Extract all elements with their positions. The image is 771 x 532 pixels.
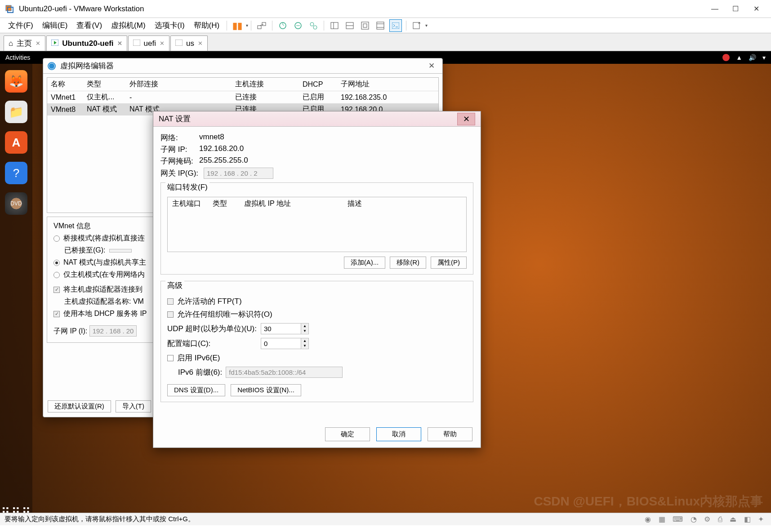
menu-file[interactable]: 文件(F) <box>4 18 38 32</box>
import-button[interactable]: 导入(T) <box>116 400 151 412</box>
nat-title-text: NAT 设置 <box>159 114 191 124</box>
nat-titlebar[interactable]: NAT 设置 ✕ <box>153 111 481 127</box>
status-bar: 要将输入定向到该虚拟机，请将鼠标指针移入其中或按 Ctrl+G。 ◉ ▦ ⌨ ◔… <box>0 513 771 525</box>
col-hostport: 主机端口 <box>168 197 208 210</box>
col-name: 名称 <box>47 78 83 91</box>
col-vmip: 虚拟机 IP 地址 <box>240 197 343 210</box>
tab-close-icon[interactable]: ✕ <box>160 40 165 47</box>
port-forward-section: 端口转发(F) 主机端口 类型 虚拟机 IP 地址 描述 <box>160 182 473 275</box>
udp-timeout-input[interactable]: 30 <box>261 323 301 334</box>
sound-icon[interactable]: 🔊 <box>749 54 756 61</box>
port-forward-table[interactable]: 主机端口 类型 虚拟机 IP 地址 描述 <box>167 197 467 252</box>
menubar: 文件(F) 编辑(E) 查看(V) 虚拟机(M) 选项卡(I) 帮助(H) ▮▮… <box>0 18 771 33</box>
svg-point-6 <box>310 22 314 26</box>
add-button[interactable]: 添加(A)... <box>344 257 386 269</box>
snapshot-manager-icon[interactable] <box>307 19 320 32</box>
window-title: Ubuntu20-uefi - VMware Workstation <box>19 4 144 13</box>
pause-button[interactable]: ▮▮ <box>231 19 244 32</box>
net-label: 网络: <box>160 133 197 143</box>
cfgport-spinner[interactable]: ▲▼ <box>301 338 309 349</box>
send-cad-icon[interactable] <box>255 19 268 32</box>
table-header: 名称 类型 外部连接 主机连接 DHCP 子网地址 <box>47 78 438 91</box>
stop-icon[interactable] <box>722 54 730 61</box>
menu-edit[interactable]: 编辑(E) <box>38 18 72 32</box>
tab-us[interactable]: us ✕ <box>170 35 208 51</box>
vm-display[interactable]: Activities ▲ 🔊 ▾ 🦊 📁 A ? DVD ⠿⠿⠿ CSDN @U… <box>0 51 771 525</box>
col-subnet: 子网地址 <box>337 78 438 91</box>
fullscreen-icon[interactable] <box>374 19 387 32</box>
close-button[interactable]: ✕ <box>746 2 767 16</box>
ok-button[interactable]: 确定 <box>325 427 370 441</box>
svg-rect-8 <box>331 22 338 29</box>
tab-label: us <box>186 39 194 48</box>
gateway-input[interactable]: 192 . 168 . 20 . 2 <box>204 168 273 179</box>
power-icon[interactable]: ▾ <box>762 54 766 61</box>
tab-label: 主页 <box>17 38 32 49</box>
col-type: 类型 <box>83 78 126 91</box>
window-titlebar: Ubuntu20-uefi - VMware Workstation — ☐ ✕ <box>0 0 771 18</box>
svg-rect-2 <box>258 26 261 29</box>
col-desc: 描述 <box>343 197 466 210</box>
tab-ubuntu20-uefi[interactable]: Ubuntu20-uefi ✕ <box>46 35 127 51</box>
table-row[interactable]: VMnet1仅主机...- 已连接已启用192.168.235.0 <box>47 91 438 104</box>
globe-icon <box>48 62 56 70</box>
unity-icon[interactable] <box>359 19 371 32</box>
mask-value: 255.255.255.0 <box>199 156 248 166</box>
tab-uefi[interactable]: uefi ✕ <box>128 35 169 51</box>
tab-close-icon[interactable]: ✕ <box>117 40 122 47</box>
udp-spinner[interactable]: ▲▼ <box>301 323 309 334</box>
files-icon[interactable]: 📁 <box>5 101 27 123</box>
vm-icon <box>133 39 140 48</box>
ubuntu-dock: 🦊 📁 A ? DVD ⠿⠿⠿ <box>0 64 32 525</box>
cancel-button[interactable]: 取消 <box>376 427 421 441</box>
vmware-icon <box>4 4 14 14</box>
tab-close-icon[interactable]: ✕ <box>198 40 203 47</box>
dns-settings-button[interactable]: DNS 设置(D)... <box>167 384 225 396</box>
maximize-button[interactable]: ☐ <box>725 2 746 16</box>
tab-close-icon[interactable]: ✕ <box>36 40 40 47</box>
udp-timeout-label: UDP 超时(以秒为单位)(U): <box>167 324 257 334</box>
help-button[interactable]: 帮助 <box>428 427 472 441</box>
check-allow-oui[interactable]: 允许任何组织唯一标识符(O) <box>167 309 467 319</box>
subip-value: 192.168.20.0 <box>199 144 244 155</box>
menu-help[interactable]: 帮助(H) <box>189 18 224 32</box>
snapshot-revert-icon[interactable] <box>292 19 304 32</box>
snapshot-icon[interactable] <box>276 19 289 32</box>
activities-label[interactable]: Activities <box>5 54 30 61</box>
ipv6-prefix-input[interactable]: fd15:4ba5:5a2b:1008::/64 <box>226 367 343 378</box>
tab-strip: ⌂ 主页 ✕ Ubuntu20-uefi ✕ uefi ✕ us ✕ <box>0 33 771 51</box>
svg-rect-14 <box>377 22 384 29</box>
network-icon[interactable]: ▲ <box>736 54 742 61</box>
remove-button[interactable]: 移除(R) <box>390 257 426 269</box>
col-dhcp: DHCP <box>299 78 337 91</box>
nat-close-button[interactable]: ✕ <box>457 113 475 125</box>
tab-label: uefi <box>144 39 156 48</box>
software-center-icon[interactable]: A <box>5 131 27 154</box>
device-icons[interactable]: ◉ ▦ ⌨ ◔ ⚙ ⎙ ⏏ ◧ ✦ <box>645 515 767 523</box>
multi-window-icon[interactable] <box>343 19 356 32</box>
expand-icon[interactable] <box>410 19 423 32</box>
svg-rect-12 <box>361 22 369 29</box>
properties-button[interactable]: 属性(P) <box>431 257 467 269</box>
vne-close-button[interactable]: ✕ <box>425 61 438 71</box>
svg-rect-3 <box>262 22 266 26</box>
single-window-icon[interactable] <box>328 19 341 32</box>
config-port-input[interactable]: 0 <box>261 338 301 349</box>
minimize-button[interactable]: — <box>704 2 725 16</box>
menu-view[interactable]: 查看(V) <box>72 18 107 32</box>
tab-home[interactable]: ⌂ 主页 ✕ <box>4 35 45 51</box>
disc-icon[interactable]: DVD <box>5 192 27 215</box>
menu-vm[interactable]: 虚拟机(M) <box>107 18 150 32</box>
firefox-icon[interactable]: 🦊 <box>5 70 27 93</box>
restore-defaults-button[interactable]: 还原默认设置(R) <box>48 400 111 412</box>
netbios-settings-button[interactable]: NetBIOS 设置(N)... <box>231 384 301 396</box>
vne-titlebar[interactable]: 虚拟网络编辑器 ✕ <box>43 58 442 74</box>
check-enable-ipv6[interactable]: 启用 IPv6(E) <box>167 353 467 363</box>
vne-title-text: 虚拟网络编辑器 <box>60 61 114 71</box>
console-icon[interactable] <box>389 19 402 32</box>
vmnet-info-title: VMnet 信息 <box>53 222 91 230</box>
subnet-ip-input[interactable]: 192 . 168 . 20 <box>89 325 137 337</box>
check-allow-ftp[interactable]: 允许活动的 FTP(T) <box>167 296 467 306</box>
menu-tabs[interactable]: 选项卡(I) <box>150 18 189 32</box>
help-icon[interactable]: ? <box>5 162 27 184</box>
